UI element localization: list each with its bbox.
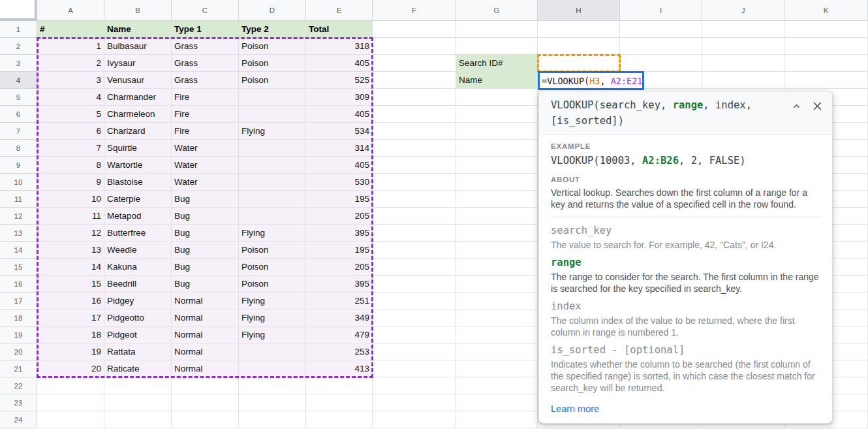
cell-D4[interactable]: Poison — [239, 72, 306, 89]
cell-I3[interactable] — [620, 55, 702, 72]
cell-B23[interactable] — [104, 394, 172, 411]
cell-D18[interactable]: Flying — [239, 310, 306, 326]
cell-G4[interactable]: Name — [456, 72, 538, 89]
row-header-23[interactable]: 23 — [0, 394, 37, 411]
cell-J3[interactable] — [702, 55, 784, 72]
row-header-12[interactable]: 12 — [0, 208, 37, 225]
cell-D3[interactable]: Poison — [239, 55, 306, 72]
cell-B4[interactable]: Venusaur — [104, 72, 172, 89]
cell-D17[interactable]: Flying — [239, 293, 306, 310]
cell-A14[interactable]: 13 — [37, 242, 104, 259]
cell-D12[interactable] — [239, 208, 306, 225]
cell-C14[interactable]: Bug — [172, 242, 239, 259]
row-header-14[interactable]: 14 — [0, 242, 37, 259]
cell-K4[interactable] — [784, 72, 868, 89]
cell-A11[interactable]: 10 — [37, 191, 104, 208]
cell-F4[interactable] — [373, 72, 456, 89]
column-header-H[interactable]: H — [538, 0, 620, 21]
cell-A20[interactable]: 19 — [37, 343, 104, 360]
collapse-chevron-icon[interactable] — [792, 101, 801, 111]
cell-F24[interactable] — [373, 411, 456, 428]
row-header-18[interactable]: 18 — [0, 310, 37, 326]
cell-A10[interactable]: 9 — [37, 174, 104, 191]
cell-E16[interactable]: 395 — [306, 276, 373, 293]
cell-D22[interactable] — [239, 377, 306, 394]
row-header-4[interactable]: 4 — [0, 72, 37, 89]
cell-G23[interactable] — [456, 394, 538, 411]
cell-E23[interactable] — [306, 394, 373, 411]
cell-B12[interactable]: Metapod — [104, 208, 172, 225]
cell-C23[interactable] — [172, 394, 239, 411]
cell-C5[interactable]: Fire — [172, 89, 239, 106]
row-header-20[interactable]: 20 — [0, 343, 37, 360]
cell-E21[interactable]: 413 — [306, 360, 373, 377]
cell-B19[interactable]: Pidgeot — [104, 326, 172, 343]
cell-B8[interactable]: Squirtle — [104, 140, 172, 157]
cell-C2[interactable]: Grass — [172, 38, 239, 55]
cell-B6[interactable]: Charmeleon — [104, 106, 172, 123]
cell-B20[interactable]: Rattata — [104, 343, 172, 360]
row-header-19[interactable]: 19 — [0, 326, 37, 343]
cell-B18[interactable]: Pidgeotto — [104, 310, 172, 326]
cell-H3[interactable] — [538, 55, 620, 72]
cell-D19[interactable]: Flying — [239, 326, 306, 343]
cell-A19[interactable]: 18 — [37, 326, 104, 343]
cell-F10[interactable] — [373, 174, 456, 191]
cell-D7[interactable]: Flying — [239, 123, 306, 140]
cell-E19[interactable]: 479 — [306, 326, 373, 343]
cell-D23[interactable] — [239, 394, 306, 411]
cell-A23[interactable] — [37, 394, 104, 411]
cell-A6[interactable]: 5 — [37, 106, 104, 123]
cell-F21[interactable] — [373, 360, 456, 377]
cell-E2[interactable]: 318 — [306, 38, 373, 55]
column-header-I[interactable]: I — [620, 0, 702, 21]
cell-D20[interactable] — [239, 343, 306, 360]
cell-D2[interactable]: Poison — [239, 38, 306, 55]
cell-A7[interactable]: 6 — [37, 123, 104, 140]
cell-G5[interactable] — [456, 89, 538, 106]
cell-B17[interactable]: Pidgey — [104, 293, 172, 310]
cell-D9[interactable] — [239, 157, 306, 174]
cell-B24[interactable] — [104, 411, 172, 428]
cell-G18[interactable] — [456, 310, 538, 326]
cell-F15[interactable] — [373, 259, 456, 276]
column-header-J[interactable]: J — [702, 0, 784, 21]
column-header-F[interactable]: F — [373, 0, 456, 21]
cell-B10[interactable]: Blastoise — [104, 174, 172, 191]
cell-F11[interactable] — [373, 191, 456, 208]
learn-more-link[interactable]: Learn more — [551, 403, 599, 415]
cell-C22[interactable] — [172, 377, 239, 394]
cell-B9[interactable]: Wartortle — [104, 157, 172, 174]
cell-B7[interactable]: Charizard — [104, 123, 172, 140]
cell-E14[interactable]: 195 — [306, 242, 373, 259]
cell-G7[interactable] — [456, 123, 538, 140]
column-header-C[interactable]: C — [172, 0, 239, 21]
row-header-3[interactable]: 3 — [0, 55, 37, 72]
cell-D15[interactable]: Poison — [239, 259, 306, 276]
cell-G16[interactable] — [456, 276, 538, 293]
cell-C17[interactable]: Normal — [172, 293, 239, 310]
cell-K3[interactable] — [784, 55, 868, 72]
cell-D1[interactable]: Type 2 — [239, 21, 306, 38]
cell-A9[interactable]: 8 — [37, 157, 104, 174]
cell-F14[interactable] — [373, 242, 456, 259]
cell-C13[interactable]: Bug — [172, 225, 239, 242]
cell-G10[interactable] — [456, 174, 538, 191]
cell-K1[interactable] — [784, 21, 868, 38]
cell-F12[interactable] — [373, 208, 456, 225]
cell-F5[interactable] — [373, 89, 456, 106]
cell-G12[interactable] — [456, 208, 538, 225]
cell-E9[interactable]: 405 — [306, 157, 373, 174]
cell-B5[interactable]: Charmander — [104, 89, 172, 106]
cell-C12[interactable]: Bug — [172, 208, 239, 225]
cell-C9[interactable]: Water — [172, 157, 239, 174]
row-header-11[interactable]: 11 — [0, 191, 37, 208]
cell-D14[interactable]: Poison — [239, 242, 306, 259]
cell-F19[interactable] — [373, 326, 456, 343]
cell-D8[interactable] — [239, 140, 306, 157]
row-header-10[interactable]: 10 — [0, 174, 37, 191]
cell-A1[interactable]: # — [37, 21, 104, 38]
row-header-1[interactable]: 1 — [0, 21, 37, 38]
cell-B13[interactable]: Butterfree — [104, 225, 172, 242]
cell-G13[interactable] — [456, 225, 538, 242]
